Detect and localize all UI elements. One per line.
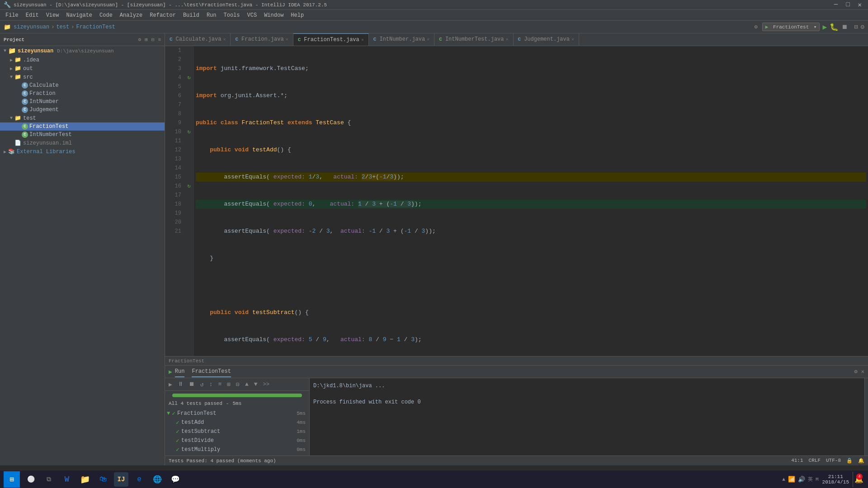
sidebar-item-out[interactable]: ▶ 📁 out (0, 64, 165, 73)
tab-fraction[interactable]: C Fraction.java ✕ (231, 33, 293, 46)
sidebar-item-test-folder[interactable]: ▼ 📁 test (0, 114, 165, 122)
sidebar-item-intnumbertest[interactable]: C IntNumberTest (0, 131, 165, 139)
window-controls[interactable]: ─ □ ✕ (831, 1, 864, 9)
tab-calculate[interactable]: C Calculate.java ✕ (165, 33, 231, 46)
tray-network-icon[interactable]: 📶 (788, 476, 795, 483)
menu-analyze[interactable]: Analyze (116, 11, 146, 19)
tab-intnumbertest[interactable]: C IntNumberTest.java ✕ (434, 33, 513, 46)
start-button[interactable]: ⊞ (4, 471, 20, 488)
taskbar-store[interactable]: 🛍 (96, 472, 110, 487)
run-tab-label[interactable]: Run (175, 366, 185, 377)
minimize-button[interactable]: ─ (831, 1, 840, 9)
cursor-position[interactable]: 41:1 (791, 458, 803, 464)
taskbar-task-view[interactable]: ⧉ (42, 472, 56, 487)
sidebar-item-iml[interactable]: ▶ 📄 sizeyunsuan.iml (0, 139, 165, 147)
more-button[interactable]: >> (263, 381, 269, 388)
code-editor[interactable]: 1 2 3 4 5 6 7 8 9 10 11 12 13 14 15 16 1… (165, 46, 868, 356)
close-button[interactable]: ✕ (855, 1, 864, 9)
toolbar-settings-icon[interactable]: ⚙ (861, 23, 864, 31)
breadcrumb-folder[interactable]: test (56, 24, 69, 30)
sidebar-item-project[interactable]: ▼ 📁 sizeyunsuan D:\java\sizeyunsuan (0, 46, 165, 56)
gutter-4[interactable]: ↻ (184, 73, 194, 82)
notification-button[interactable]: 🔔 4 (853, 472, 864, 487)
toolbar-layout-icon[interactable]: ⊟ (854, 23, 858, 31)
expand-button[interactable]: ⊞ (225, 380, 232, 389)
sidebar-gear-icon[interactable]: ⚙ (138, 37, 142, 42)
sidebar-settings-icon[interactable]: ≡ (158, 37, 161, 42)
notifications-icon[interactable]: 🔔 (858, 458, 864, 464)
menu-file[interactable]: File (2, 11, 22, 19)
down-button[interactable]: ▼ (252, 380, 259, 389)
pause-button[interactable]: ⏸ (176, 380, 185, 389)
menu-window[interactable]: Window (260, 11, 287, 19)
toolbar-icon-settings[interactable]: ⚙ (755, 23, 758, 30)
clock[interactable]: 21:11 2018/4/15 (822, 474, 849, 485)
run-config-selector[interactable]: ▶ FractionTest ▾ (762, 23, 820, 31)
taskbar-word[interactable]: W (60, 472, 74, 487)
panel-settings-icon[interactable]: ⚙ (854, 368, 858, 375)
sidebar-collapse-icon[interactable]: ⊟ (151, 37, 155, 42)
line-ending[interactable]: CRLF (809, 458, 821, 464)
tab-judgement[interactable]: C Judgement.java ✕ (514, 33, 579, 46)
right-scrollbar[interactable] (864, 378, 868, 455)
rerun-button[interactable]: ↺ (198, 380, 206, 389)
sidebar-item-calculate[interactable]: C Calculate (0, 81, 165, 89)
menu-navigate[interactable]: Navigate (62, 11, 96, 19)
test-item-multiply[interactable]: ✓ testMultiply 0ms (165, 445, 309, 454)
tab-close-button[interactable]: ✕ (286, 37, 288, 42)
menu-edit[interactable]: Edit (22, 11, 42, 19)
sidebar-item-src[interactable]: ▼ 📁 src (0, 73, 165, 81)
bottom-tab-run[interactable]: ▶ Run (169, 366, 184, 377)
sidebar-item-external-libraries[interactable]: ▶ 📚 External Libraries (0, 147, 165, 156)
tab-close-button[interactable]: ✕ (506, 37, 509, 42)
code-content[interactable]: import junit.framework.TestCase; import … (194, 46, 868, 356)
taskbar-edge[interactable]: e (132, 472, 146, 487)
test-item-subtract[interactable]: ✓ testSubtract 1ms (165, 427, 309, 436)
lock-icon[interactable]: 🔒 (846, 458, 853, 464)
panel-close-icon[interactable]: ✕ (861, 368, 864, 375)
sidebar-item-idea[interactable]: ▶ 📁 .idea (0, 56, 165, 64)
taskbar-explorer[interactable]: 📁 (78, 472, 92, 487)
fractiontest-tab-label[interactable]: FractionTest (192, 366, 231, 377)
tray-ime-icon[interactable]: 英 (808, 476, 813, 483)
tab-close-button[interactable]: ✕ (361, 37, 364, 42)
test-item-divide[interactable]: ✓ testDivide 0ms (165, 436, 309, 445)
encoding[interactable]: UTF-8 (826, 458, 841, 464)
taskbar-app1[interactable]: 🌐 (150, 472, 165, 487)
up-button[interactable]: ▲ (243, 380, 250, 389)
test-root-item[interactable]: ▼ ✓ FractionTest 5ms (165, 409, 309, 418)
sidebar-item-judgement[interactable]: C Judgement (0, 106, 165, 114)
run-gutter-icon[interactable]: ↻ (187, 73, 190, 82)
menu-refactor[interactable]: Refactor (146, 11, 179, 19)
menu-build[interactable]: Build (179, 11, 203, 19)
run-button[interactable]: ▶ (822, 23, 827, 32)
breadcrumb-file[interactable]: FractionTest (76, 24, 115, 30)
test-item-add[interactable]: ✓ testAdd 4ms (165, 418, 309, 427)
taskbar-search[interactable]: ⚪ (24, 472, 38, 487)
collapse-button[interactable]: ⊟ (234, 380, 241, 389)
taskbar-intellij[interactable]: IJ (114, 472, 128, 487)
tray-volume-icon[interactable]: 🔊 (798, 476, 805, 483)
menu-help[interactable]: Help (287, 11, 307, 19)
tab-close-button[interactable]: ✕ (427, 37, 429, 42)
tab-close-button[interactable]: ✕ (571, 37, 574, 42)
gutter-10[interactable]: ↻ (184, 127, 194, 136)
filter-button[interactable]: ≡ (216, 380, 223, 389)
sidebar-item-intnumber[interactable]: C IntNumber (0, 98, 165, 106)
debug-button[interactable]: 🐛 (830, 23, 839, 32)
tab-close-button[interactable]: ✕ (223, 37, 226, 42)
tray-kbd-icon[interactable]: M (816, 477, 819, 482)
sidebar-expand-icon[interactable]: ⊞ (145, 37, 148, 42)
menu-view[interactable]: View (42, 11, 63, 19)
run-gutter-icon[interactable]: ↻ (187, 127, 190, 136)
menu-code[interactable]: Code (96, 11, 116, 19)
run-gutter-icon[interactable]: ↻ (187, 182, 190, 191)
tab-fractiontest[interactable]: C FractionTest.java ✕ (293, 33, 369, 46)
stop-button[interactable]: ⏹ (841, 23, 848, 31)
maximize-button[interactable]: □ (843, 1, 852, 9)
sidebar-item-fraction[interactable]: C Fraction (0, 89, 165, 98)
tray-arrow-icon[interactable]: ▲ (782, 477, 785, 482)
menu-tools[interactable]: Tools (220, 11, 244, 19)
taskbar-wechat[interactable]: 💬 (168, 472, 183, 487)
run-tests-button[interactable]: ▶ (167, 380, 174, 389)
